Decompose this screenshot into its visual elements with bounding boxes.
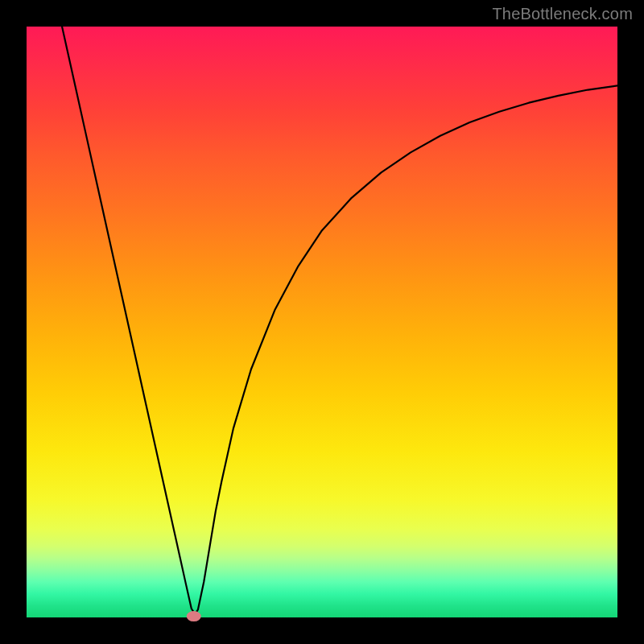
watermark-text: TheBottleneck.com <box>492 5 633 23</box>
performance-curve <box>62 27 617 614</box>
chart-frame: TheBottleneck.com <box>0 0 644 644</box>
optimal-point-marker <box>187 611 201 621</box>
curve-svg <box>27 27 617 617</box>
plot-area <box>27 27 617 617</box>
